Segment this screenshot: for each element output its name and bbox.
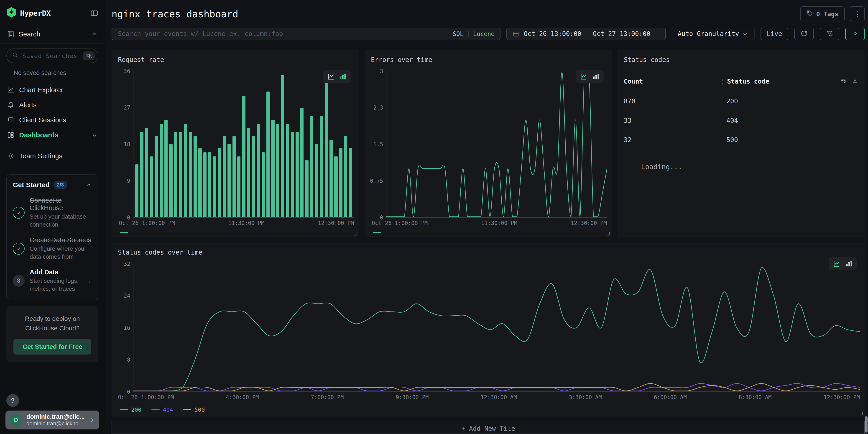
table-row[interactable]: 870 200 [622, 97, 860, 105]
sidebar-item-search[interactable]: Search [0, 25, 105, 43]
run-query-button[interactable] [845, 28, 865, 40]
panel-title: Request rate [117, 54, 354, 64]
y-tick: 8 [127, 356, 130, 363]
granularity-value: Auto Granularity [678, 30, 742, 38]
sidebar-item-team-settings[interactable]: Team Settings [0, 149, 105, 163]
bar-plot[interactable] [133, 71, 354, 218]
wrap-text-icon[interactable] [840, 77, 846, 86]
saved-searches-input[interactable]: Saved Searches ⌘K [6, 49, 98, 63]
bar [339, 148, 342, 217]
bar [164, 120, 167, 217]
sidebar-item-client-sessions[interactable]: Client Sessions [0, 113, 105, 127]
sidebar-item-alerts[interactable]: Alerts [0, 97, 105, 113]
bar [291, 132, 294, 217]
gear-icon [7, 152, 14, 160]
logo-row: HyperDX [0, 0, 105, 25]
granularity-select[interactable]: Auto Granularity [672, 28, 754, 40]
chevron-up-icon[interactable] [86, 182, 92, 188]
legend-item-404[interactable]: 404 [151, 406, 173, 413]
bar [281, 75, 284, 217]
download-icon[interactable] [851, 77, 859, 86]
filter-row: Search your events w/ Lucene ex. column:… [112, 28, 865, 40]
legend-item-500[interactable]: 500 [183, 406, 205, 413]
get-started-step-1[interactable]: Connect to ClickHouse Set up your databa… [13, 197, 92, 228]
bar [232, 136, 236, 217]
bar [189, 132, 192, 217]
sidebar-item-dashboards[interactable]: Dashboards [0, 127, 105, 143]
sidebar-item-chart-explorer[interactable]: Chart Explorer [0, 83, 105, 97]
y-tick: 0 [380, 215, 383, 221]
date-range-picker[interactable]: Oct 26 13:00:00 - Oct 27 13:00:00 [506, 28, 666, 40]
user-account-button[interactable]: D dominic.tran@clic... dominic.tran@clic… [5, 410, 99, 429]
table-row[interactable]: 32 500 [622, 136, 860, 144]
filter-button[interactable] [820, 28, 839, 40]
line-chart-icon[interactable] [327, 73, 335, 80]
loading-text: Loading... [641, 163, 860, 171]
get-started-step-3[interactable]: 3 Add Data Start sending logs, metrics, … [13, 269, 92, 293]
bar [227, 144, 231, 217]
get-started-header[interactable]: Get Started 2/3 [13, 181, 92, 189]
legend: 200 404 500 [117, 401, 860, 414]
table-row[interactable]: 33 404 [622, 117, 860, 124]
main-content: nginx traces dashboard 0 Tags ⋮ Search y… [105, 0, 868, 434]
y-tick: 16 [124, 325, 130, 331]
lucene-toggle[interactable]: Lucene [473, 31, 495, 37]
tags-label: 0 Tags [816, 10, 838, 18]
bar [169, 144, 173, 217]
x-tick: 11:30:00 PM [228, 220, 265, 226]
bar [218, 148, 221, 217]
line-plot[interactable] [133, 264, 860, 392]
step-title: Add Data [30, 269, 80, 276]
panel-title: Status codes over time [117, 247, 860, 256]
sql-toggle[interactable]: SQL [453, 31, 463, 37]
step-title: Connect to ClickHouse [30, 197, 92, 212]
column-header-status-code[interactable]: Status code [722, 78, 840, 85]
bar [179, 132, 182, 217]
search-placeholder: Search your events w/ Lucene ex. column:… [118, 30, 448, 38]
line-chart-icon[interactable] [833, 260, 840, 267]
resize-handle[interactable] [354, 232, 357, 236]
bar-chart-icon[interactable] [592, 73, 599, 80]
bar-chart-icon[interactable] [340, 73, 347, 80]
live-button[interactable]: Live [761, 28, 788, 40]
bar [237, 156, 241, 217]
bar [267, 92, 270, 217]
chart-area: 3 2.3 1.5 0.75 0 [370, 71, 607, 218]
column-header-count[interactable]: Count [624, 78, 722, 85]
table-header: Count Status code [622, 77, 860, 86]
chevron-down-icon [742, 31, 749, 37]
x-tick: 11:30:00 PM [481, 220, 517, 226]
get-started-step-2[interactable]: Create Data Sources Configure where your… [13, 236, 92, 261]
resize-handle[interactable] [860, 412, 863, 415]
clickhouse-cloud-card: Ready to deploy on ClickHouse Cloud? Get… [6, 306, 98, 362]
get-started-free-button[interactable]: Get Started for Free [13, 339, 92, 354]
y-tick: 0 [127, 389, 130, 395]
sidebar-collapse-icon[interactable] [90, 9, 98, 17]
panel-title: Status codes [622, 54, 860, 64]
tags-button[interactable]: 0 Tags [800, 6, 845, 22]
bar-chart-icon[interactable] [845, 260, 852, 267]
help-button[interactable]: ? [6, 394, 19, 407]
bar [325, 83, 328, 217]
titlebar: nginx traces dashboard 0 Tags ⋮ [112, 6, 865, 22]
chart-type-toggle [576, 70, 603, 83]
resize-handle[interactable] [607, 232, 610, 236]
bar [247, 128, 250, 217]
dashboards-icon [7, 131, 14, 139]
user-name: dominic.tran@clic... [26, 413, 85, 420]
cell-count: 870 [624, 97, 722, 105]
event-search-input[interactable]: Search your events w/ Lucene ex. column:… [112, 28, 500, 40]
line-chart-icon[interactable] [580, 73, 587, 80]
bar [223, 136, 226, 217]
chevron-up-icon[interactable] [91, 31, 98, 38]
add-new-tile-button[interactable]: + Add New Tile [112, 421, 865, 434]
dashboard-menu-button[interactable]: ⋮ [850, 6, 865, 22]
line-plot[interactable] [386, 71, 607, 218]
y-tick: 0.75 [370, 178, 383, 184]
refresh-button[interactable] [794, 28, 814, 40]
play-icon [851, 30, 859, 38]
x-tick: 12:30:00 PM [318, 220, 354, 226]
filter-edit-icon [826, 30, 833, 38]
scrollbar-thumb[interactable] [865, 416, 868, 433]
legend-item-200[interactable]: 200 [120, 406, 142, 413]
